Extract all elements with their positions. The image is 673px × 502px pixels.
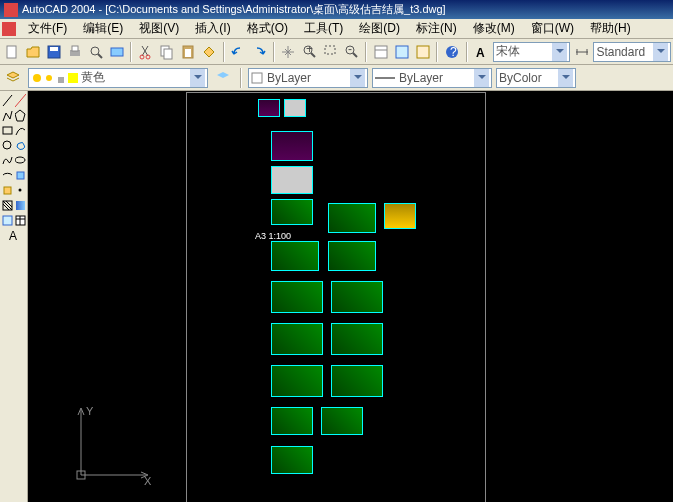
preview-button[interactable] [86, 41, 105, 63]
layer-manager-button[interactable] [2, 67, 24, 89]
color-swatch [67, 72, 79, 84]
zoom-realtime-button[interactable]: + [300, 41, 319, 63]
font-value: 宋体 [496, 43, 520, 60]
publish-button[interactable] [107, 41, 126, 63]
match-button[interactable] [200, 41, 219, 63]
dimstyle-dropdown[interactable]: Standard [593, 42, 671, 62]
menu-tools[interactable]: 工具(T) [298, 18, 349, 39]
polyline-tool[interactable] [1, 108, 13, 122]
layer-previous-button[interactable] [212, 67, 234, 89]
menu-help[interactable]: 帮助(H) [584, 18, 637, 39]
layer-dropdown[interactable]: 黄色 [28, 68, 208, 88]
toolpalette-button[interactable] [413, 41, 432, 63]
revcloud-tool[interactable] [14, 138, 26, 152]
drawing-thumb [331, 323, 383, 355]
drawing-thumb [271, 365, 323, 397]
svg-point-40 [3, 141, 11, 149]
color-icon [251, 72, 263, 84]
chevron-down-icon [552, 43, 567, 61]
help-button[interactable]: ? [442, 41, 461, 63]
drawing-thumb [271, 281, 323, 313]
drawing-thumb [384, 203, 416, 229]
ucs-icon: Y X [66, 400, 156, 490]
textstyle-button[interactable]: A [472, 41, 491, 63]
svg-text:A: A [9, 229, 17, 242]
properties-toolbar: 黄色 ByLayer ByLayer ByColor [0, 65, 673, 91]
menu-view[interactable]: 视图(V) [133, 18, 185, 39]
table-tool[interactable] [14, 213, 26, 227]
undo-button[interactable] [229, 41, 248, 63]
drawing-thumb [284, 99, 306, 117]
svg-rect-13 [185, 49, 191, 57]
svg-rect-42 [17, 172, 24, 179]
svg-text:-: - [348, 44, 352, 56]
drawing-thumb [331, 281, 383, 313]
drawing-thumb [328, 203, 376, 233]
svg-rect-23 [396, 46, 408, 58]
new-button[interactable] [2, 41, 21, 63]
xline-tool[interactable] [14, 93, 26, 107]
save-button[interactable] [44, 41, 63, 63]
svg-rect-4 [72, 46, 78, 51]
separator [240, 68, 242, 88]
menu-window[interactable]: 窗口(W) [525, 18, 580, 39]
insert-tool[interactable] [14, 168, 26, 182]
point-tool[interactable] [14, 183, 26, 197]
chevron-down-icon [474, 69, 489, 87]
svg-point-32 [46, 75, 52, 81]
color-value: ByLayer [267, 71, 311, 85]
svg-line-6 [98, 54, 102, 58]
drawing-thumb [271, 407, 313, 435]
menu-draw[interactable]: 绘图(D) [353, 18, 406, 39]
line-tool[interactable] [1, 93, 13, 107]
window-title: AutoCAD 2004 - [C:\Documents and Setting… [22, 2, 446, 17]
zoom-window-button[interactable] [321, 41, 340, 63]
svg-rect-43 [4, 187, 11, 194]
mtext-tool[interactable]: A [8, 228, 20, 242]
spline-tool[interactable] [1, 153, 13, 167]
copy-button[interactable] [158, 41, 177, 63]
separator [273, 42, 275, 62]
svg-rect-2 [50, 47, 58, 51]
menu-insert[interactable]: 插入(I) [189, 18, 236, 39]
linetype-dropdown[interactable]: ByLayer [372, 68, 492, 88]
zoom-previous-button[interactable]: - [342, 41, 361, 63]
menu-modify[interactable]: 修改(M) [467, 18, 521, 39]
color-dropdown[interactable]: ByLayer [248, 68, 368, 88]
ellipse-tool[interactable] [14, 153, 26, 167]
dimstyle-button[interactable] [572, 41, 591, 63]
region-tool[interactable] [1, 213, 13, 227]
svg-rect-21 [375, 46, 387, 58]
svg-point-44 [18, 188, 21, 191]
ellipsearc-tool[interactable] [1, 168, 13, 182]
print-button[interactable] [65, 41, 84, 63]
axis-y-label: Y [86, 405, 94, 417]
draw-toolbar: A [0, 91, 28, 502]
plotstyle-dropdown[interactable]: ByColor [496, 68, 576, 88]
open-button[interactable] [23, 41, 42, 63]
linetype-value: ByLayer [399, 71, 443, 85]
designcenter-button[interactable] [392, 41, 411, 63]
drawing-canvas[interactable]: A3 1:100 Y X [28, 91, 673, 502]
main-area: A A3 1:100 Y X [0, 91, 673, 502]
menu-dimension[interactable]: 标注(N) [410, 18, 463, 39]
circle-tool[interactable] [1, 138, 13, 152]
paste-button[interactable] [179, 41, 198, 63]
arc-tool[interactable] [14, 123, 26, 137]
cut-button[interactable] [136, 41, 155, 63]
properties-button[interactable] [371, 41, 390, 63]
polygon-tool[interactable] [14, 108, 26, 122]
svg-rect-35 [252, 73, 262, 83]
redo-button[interactable] [250, 41, 269, 63]
gradient-tool[interactable] [14, 198, 26, 212]
separator [223, 42, 225, 62]
hatch-tool[interactable] [1, 198, 13, 212]
menu-edit[interactable]: 编辑(E) [77, 18, 129, 39]
font-dropdown[interactable]: 宋体 [493, 42, 571, 62]
svg-rect-49 [16, 201, 25, 210]
pan-button[interactable] [279, 41, 298, 63]
block-tool[interactable] [1, 183, 13, 197]
menu-format[interactable]: 格式(O) [241, 18, 294, 39]
menu-file[interactable]: 文件(F) [22, 18, 73, 39]
rectangle-tool[interactable] [1, 123, 13, 137]
